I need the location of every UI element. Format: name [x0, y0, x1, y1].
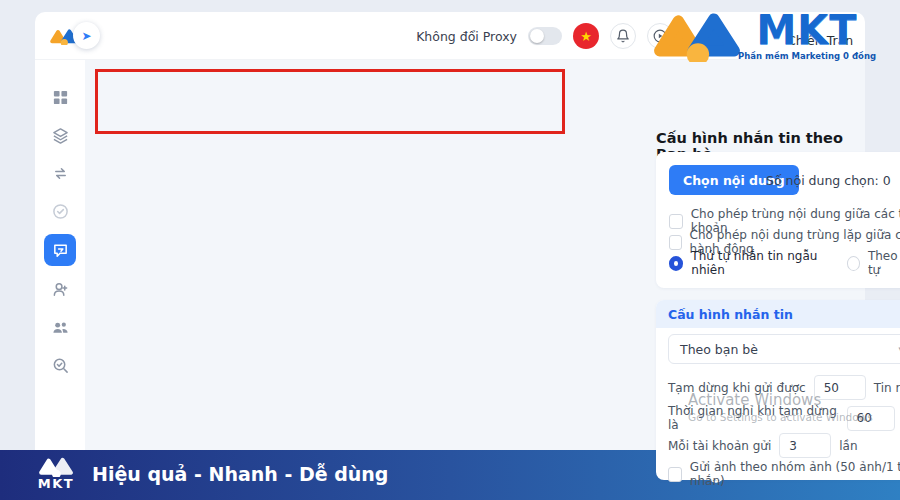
sidebar-item-dashboard[interactable]	[45, 82, 75, 112]
order-sequential-radio[interactable]	[847, 256, 860, 271]
user-plus-icon	[52, 281, 69, 298]
pause-count-input[interactable]	[814, 375, 866, 400]
send-photos-row: Gửi ảnh theo nhóm ảnh (50 ảnh/1 tin nhắn…	[668, 460, 900, 488]
rest-time-input[interactable]	[847, 406, 895, 431]
sidebar-item-scan[interactable]	[45, 350, 75, 380]
footer-mkt-logo: MKT	[33, 455, 79, 491]
grid-icon	[52, 89, 69, 106]
sidebar-item-categories[interactable]	[45, 120, 75, 150]
search-check-icon	[52, 357, 69, 374]
layers-icon	[52, 127, 69, 144]
per-account-suffix-label: lần	[839, 439, 857, 453]
sidebar-item-tasks[interactable]	[45, 196, 75, 226]
pause-config-row: Tạm dừng khi gửi được Tin nhắn	[668, 375, 900, 400]
chat-message-icon	[52, 242, 69, 259]
order-sequential-label: Theo thứ tự	[868, 249, 900, 277]
per-account-prefix-label: Mỗi tài khoản gửi	[668, 439, 771, 453]
sidebar-collapse-button[interactable]: ➤	[73, 22, 100, 49]
order-random-radio[interactable]	[669, 256, 683, 271]
send-mode-value: Theo bạn bè	[680, 342, 758, 357]
brand-tagline: Phần mềm Marketing 0 đồng	[738, 51, 876, 61]
sync-arrows-icon	[52, 165, 69, 182]
main-content: Cấu hình nhắn tin theo Bạn bè Chọn nội d…	[85, 60, 865, 450]
mkt-logo-icon	[36, 455, 76, 477]
message-order-row: Thứ tự nhắn tin ngẫu nhiên Theo thứ tự	[669, 249, 900, 277]
rest-config-row: Thời gian nghỉ khi tạm dừng là giây	[668, 404, 900, 432]
footer-brand-name: MKT	[38, 477, 74, 491]
order-random-label: Thứ tự nhắn tin ngẫu nhiên	[691, 249, 832, 277]
sidebar-item-messaging[interactable]	[44, 234, 76, 266]
allow-duplicate-accounts-checkbox[interactable]	[669, 214, 683, 229]
pause-prefix-label: Tạm dừng khi gửi được	[668, 381, 806, 395]
app-window: ➤ Chiến Trần Không đổi Proxy ★	[0, 0, 900, 500]
brand-name: MKT	[756, 12, 857, 48]
proxy-toggle[interactable]	[528, 27, 562, 45]
vietnam-flag-icon[interactable]: ★	[573, 23, 599, 49]
send-mode-dropdown[interactable]: Theo bạn bè ▾	[668, 334, 900, 364]
chevron-right-icon: ➤	[81, 29, 91, 43]
content-selection-card: Chọn nội dung Số nội dung chọn: 0 Cho ph…	[656, 152, 900, 288]
notifications-bell-icon[interactable]	[610, 23, 636, 49]
per-account-input[interactable]	[779, 433, 831, 458]
mkt-brand-watermark: MKT Phần mềm Marketing 0 đồng	[638, 6, 884, 62]
message-config-card: Cấu hình nhắn tin Theo bạn bè ▾ Tạm dừng…	[656, 300, 900, 480]
bell-icon	[616, 29, 630, 43]
send-photos-label: Gửi ảnh theo nhóm ảnh (50 ảnh/1 tin nhắn…	[690, 460, 900, 488]
users-group-icon	[52, 319, 69, 336]
pause-suffix-label: Tin nhắn	[874, 381, 900, 395]
toggle-knob	[530, 29, 544, 43]
rest-prefix-label: Thời gian nghỉ khi tạm dừng là	[668, 404, 839, 432]
footer-slogan: Hiệu quả - Nhanh - Dễ dùng	[92, 463, 388, 485]
sidebar-item-groups[interactable]	[45, 312, 75, 342]
sidebar-item-add-friend[interactable]	[45, 274, 75, 304]
sidebar-nav	[35, 60, 85, 450]
message-config-header[interactable]: Cấu hình nhắn tin	[656, 300, 900, 328]
content-count-label: Số nội dung chọn: 0	[766, 173, 891, 188]
allow-duplicate-actions-checkbox[interactable]	[669, 235, 682, 250]
send-photos-checkbox[interactable]	[668, 467, 682, 482]
proxy-toggle-label: Không đổi Proxy	[416, 29, 517, 44]
sidebar-item-interactions[interactable]	[45, 158, 75, 188]
per-account-config-row: Mỗi tài khoản gửi lần	[668, 433, 858, 458]
message-config-title: Cấu hình nhắn tin	[668, 307, 793, 322]
check-circle-icon	[52, 203, 69, 220]
